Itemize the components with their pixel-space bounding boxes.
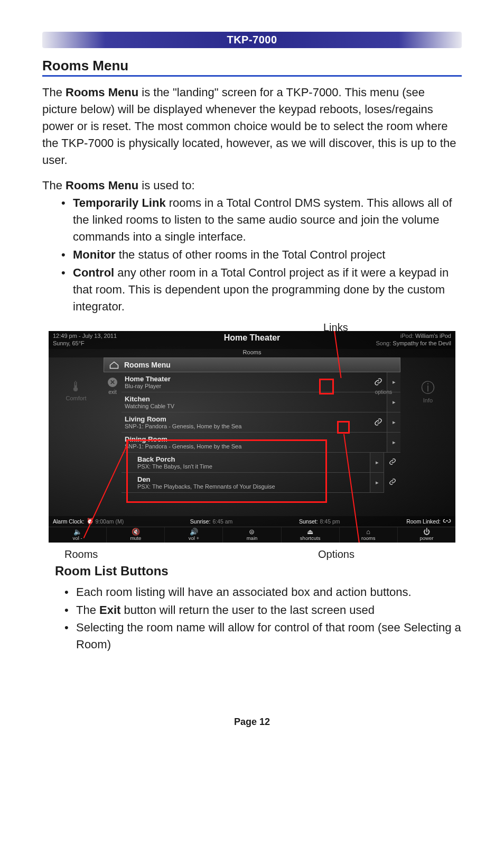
mute-button[interactable]: 🔇mute [107,527,165,543]
btn-label: power [419,535,433,541]
room-status: SNP-1: Pandora - Genesis, Home by the Se… [125,443,366,449]
btn-label: rooms [361,535,375,541]
usedto-line: The Rooms Menu is used to: [42,179,462,192]
bullet-control-rest: any other room in a Total Control projec… [73,266,449,313]
panel-header: Rooms Menu [104,357,400,372]
room-list: Home Theater Blu-ray Player ▸ [122,372,400,516]
room-row-living-room[interactable]: Living Room SNP-1: Pandora - Genesis, Ho… [122,412,400,433]
room-name: Den [137,475,366,483]
intro-bold: Rooms Menu [66,86,138,99]
group-link-icon[interactable] [389,478,396,487]
room-row-dining-room[interactable]: Dining Room SNP-1: Pandora - Genesis, Ho… [122,433,400,453]
ss-main-panel: Rooms Menu options ✕ exit Home Theater [104,357,400,516]
alarm-label: Alarm Clock: [53,518,85,525]
screenshot-rooms-menu: 12:49 pm - July 13, 2011 Sunny, 65°F Hom… [49,331,455,543]
room-status: Watching Cable TV [125,403,366,409]
ss-now-playing: iPod: William's iPod Song: Sympathy for … [376,332,451,348]
sunset-status: Sunset: 8:45 pm [299,518,340,525]
song-value: Sympathy for the Devil [393,340,451,346]
link-icon [443,518,451,525]
info-icon: ⓘ [421,379,435,397]
usedto-bold: Rooms Menu [66,179,138,192]
options-label: options [375,389,392,395]
intro-pre: The [42,86,66,99]
main-button[interactable]: ⊜main [223,527,281,543]
song-label: Song: [376,340,391,346]
room-status: Blu-ray Player [125,383,366,389]
bullet-link: Temporarily Link rooms in a Total Contro… [61,195,462,245]
ss-tab-rooms[interactable]: Rooms [49,349,455,357]
sunset-label: Sunset: [299,518,318,525]
room-linked-status: Room Linked: [406,518,451,525]
comfort-shortcut[interactable]: 🌡 Comfort [66,379,86,401]
ss-topbar: 12:49 pm - July 13, 2011 Sunny, 65°F Hom… [49,331,455,349]
rooms-button[interactable]: ⌂rooms [340,527,398,543]
ss-clock-weather: 12:49 pm - July 13, 2011 Sunny, 65°F [53,332,117,348]
feature-bullets: Temporarily Link rooms in a Total Contro… [42,195,462,315]
room-name: Kitchen [125,395,366,403]
btn-label: vol + [189,535,199,541]
close-icon: ✕ [108,378,117,387]
room-row-kitchen[interactable]: Kitchen Watching Cable TV ▸ [122,392,400,412]
power-button[interactable]: ⏻power [398,527,455,543]
chevron-right-icon[interactable]: ▸ [387,433,400,452]
bullet-control: Control any other room in a Total Contro… [61,264,462,315]
btn-label: vol - [73,535,82,541]
exit-button[interactable]: ✕ exit [104,372,122,516]
vol-up-button[interactable]: 🔊vol + [165,527,223,543]
rl-bullet-2-post: button will return the user to the last … [120,603,375,617]
link-icon-empty[interactable] [370,392,387,412]
info-label: Info [421,397,435,403]
room-name: Dining Room [125,435,366,443]
ss-right-rail: ⓘ Info [400,357,455,516]
sunrise-label: Sunrise: [190,518,211,525]
mute-icon: 🔇 [132,528,140,535]
shortcuts-button[interactable]: ⏏shortcuts [282,527,340,543]
volume-down-icon: 🔈 [73,528,82,535]
btn-label: main [247,535,258,541]
chevron-right-icon[interactable]: ▸ [387,412,400,432]
group-link-icon[interactable] [389,458,396,467]
rl-bullet-2-pre: The [76,603,99,617]
figure-wrap: Links 12:49 pm - July 13, 2011 Sunny, 65… [49,331,455,543]
chevron-right-icon[interactable]: ▸ [387,392,400,412]
link-icon-empty[interactable] [370,433,387,452]
intro-paragraph: The Rooms Menu is the "landing" screen f… [42,84,462,168]
info-shortcut[interactable]: ⓘ Info [421,379,435,403]
rl-bullet-3: Selecting the room name will allow for c… [64,619,462,653]
link-icon[interactable] [370,412,387,432]
rl-bullet-1-text: Each room listing will have an associate… [76,585,412,599]
document-header-bar: TKP-7000 [42,32,462,48]
main-icon: ⊜ [249,528,255,535]
room-name: Back Porch [137,455,366,463]
usedto-post: is used to: [138,179,194,192]
alarm-clock-icon: ⏰ [87,518,94,525]
comfort-label: Comfort [66,395,86,401]
chevron-right-icon[interactable]: ▸ [370,453,384,472]
rl-bullet-3-text: Selecting the room name will allow for c… [76,621,461,651]
vol-down-button[interactable]: 🔈vol - [49,527,107,543]
room-row-back-porch[interactable]: Back Porch PSX: The Babys, Isn't it Time… [122,453,384,473]
callout-options: Options [318,548,354,561]
room-row-home-theater[interactable]: Home Theater Blu-ray Player ▸ [122,372,400,392]
room-name: Home Theater [125,375,366,383]
exit-label: exit [108,389,117,395]
home-icon [109,361,119,369]
panel-title: Rooms Menu [124,361,171,369]
ss-time: 12:49 pm - July 13, 2011 [53,332,117,339]
btn-label: shortcuts [300,535,321,541]
sunrise-status: Sunrise: 6:45 am [190,518,232,525]
bullet-monitor: Monitor the status of other rooms in the… [61,246,462,263]
bottom-toolbar: 🔈vol - 🔇mute 🔊vol + ⊜main ⏏shortcuts ⌂ro… [49,527,455,543]
room-status: SNP-1: Pandora - Genesis, Home by the Se… [125,423,366,429]
room-linked-label: Room Linked: [406,518,441,525]
room-name: Living Room [125,415,366,423]
bullet-link-bold: Temporarily Link [73,196,166,209]
sunrise-value: 6:45 am [212,518,232,525]
ss-left-rail: 🌡 Comfort [49,357,104,516]
shortcuts-icon: ⏏ [307,528,313,535]
chevron-right-icon[interactable]: ▸ [370,473,384,492]
section-title-rooms-menu: Rooms Menu [42,58,462,77]
room-row-den[interactable]: Den PSX: The Playbacks, The Remnants of … [122,473,384,493]
ss-weather: Sunny, 65°F [53,339,117,347]
